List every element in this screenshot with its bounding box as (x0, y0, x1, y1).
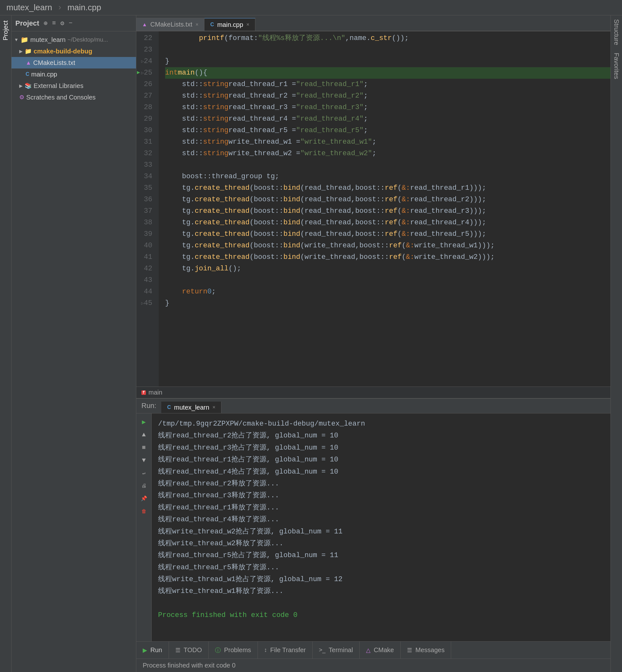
structure-strip-label[interactable]: Structure (612, 15, 621, 49)
folder-arrow: ▼ (14, 37, 19, 42)
output-line-6: 线程read_thread_r2释放了资源... (158, 478, 604, 490)
code-line-30: std::string read_thread_r5 = "read_threa… (165, 125, 611, 136)
wrap-button[interactable]: ↵ (138, 467, 150, 479)
ln-40: 40 (136, 240, 155, 251)
ln-29: 29 (136, 113, 155, 125)
code-content[interactable]: printf( format: "线程%s释放了资源...\n",name.c_… (159, 31, 611, 387)
tab-main[interactable]: C main.cpp × (204, 18, 255, 31)
tab-cmake[interactable]: ▲ CMakeLists.txt × (136, 18, 204, 31)
line-numbers: 22 23 ▷ 24 ▶▷25 26 27 28 29 30 31 32 33 … (136, 31, 159, 387)
folder-arrow-build: ▶ (19, 48, 23, 54)
project-panel: Project ⊕ ≡ ⚙ − ▼ 📁 mutex_learn ~/Deskto… (11, 15, 136, 672)
tree-root[interactable]: ▼ 📁 mutex_learn ~/Desktop/mu... (11, 34, 136, 45)
editor-tab-bar: ▲ CMakeLists.txt × C main.cpp × (136, 15, 611, 31)
main-tab-close[interactable]: × (246, 22, 249, 28)
cmake-tab-label: CMakeLists.txt (150, 21, 192, 28)
code-line-27: std::string read_thread_r2 = "read_threa… (165, 90, 611, 102)
scroll-down-button[interactable]: ▼ (138, 455, 150, 466)
globe-icon[interactable]: ⊕ (44, 19, 48, 27)
tree-external[interactable]: ▶ 📚 External Libraries (11, 80, 136, 92)
messages-icon: ☰ (407, 647, 412, 654)
cmake-tab-close[interactable]: × (196, 22, 198, 28)
problems-tool-item[interactable]: ⓘ Problems (209, 642, 257, 659)
todo-label: TODO (184, 646, 202, 654)
ln-30: 30 (136, 125, 155, 136)
cmake-tool-item[interactable]: △ CMake (359, 642, 401, 659)
ln-37: 37 (136, 205, 155, 217)
problems-icon: ⓘ (215, 646, 221, 654)
code-line-28: std::string read_thread_r3 = "read_threa… (165, 102, 611, 113)
main-tab-label: main.cpp (217, 21, 243, 29)
root-label: mutex_learn (30, 36, 66, 43)
project-strip-label[interactable]: Project (1, 18, 10, 43)
output-line-5: 线程read_thread_r4抢占了资源, global_num = 10 (158, 466, 604, 478)
scratch-icon: ⚙ (19, 94, 24, 101)
code-line-25: int main(){ (165, 67, 611, 79)
run-label: Run: (136, 398, 161, 413)
output-line-blank (158, 598, 604, 609)
output-line-1: /tmp/tmp.9gqr2ZPXPW/cmake-build-debug/mu… (158, 418, 604, 430)
code-line-39: tg.create_thread(boost::bind(read_thread… (165, 229, 611, 240)
output-line-7: 线程read_thread_r3释放了资源... (158, 490, 604, 501)
tree-cmake[interactable]: ▲ CMakeLists.txt (11, 57, 136, 68)
output-line-2: 线程read_thread_r2抢占了资源, global_num = 10 (158, 430, 604, 442)
run-tab-close[interactable]: × (212, 404, 215, 410)
ln-27: 27 (136, 90, 155, 102)
tree-build-dir[interactable]: ▶ 📁 cmake-build-debug (11, 45, 136, 57)
terminal-icon: >_ (319, 647, 326, 653)
ln-25: ▶▷25 (136, 67, 155, 79)
build-dir-label: cmake-build-debug (34, 48, 92, 55)
problems-label: Problems (224, 646, 251, 654)
run-output: /tmp/tmp.9gqr2ZPXPW/cmake-build-debug/mu… (152, 413, 611, 641)
code-line-45: } (165, 298, 611, 309)
terminal-tool-item[interactable]: >_ Terminal (313, 642, 359, 659)
panel-title: Project (15, 19, 39, 28)
messages-label: Messages (415, 646, 444, 654)
code-line-36: tg.create_thread(boost::bind(read_thread… (165, 194, 611, 205)
messages-tool-item[interactable]: ☰ Messages (401, 642, 451, 659)
todo-tool-item[interactable]: ☰ TODO (169, 642, 209, 659)
breadcrumb-bar: f main (136, 387, 611, 398)
cmake-tool-icon: △ (366, 647, 371, 654)
main-tab-icon: C (210, 22, 214, 28)
ln-26: 26 (136, 79, 155, 90)
title-bar: mutex_learn › main.cpp (0, 0, 622, 15)
run-button[interactable]: ▶ (138, 416, 150, 428)
run-tab-mutex[interactable]: C mutex_learn × (161, 402, 221, 413)
ext-arrow: ▶ (19, 83, 23, 88)
list-icon[interactable]: ≡ (52, 20, 56, 27)
output-line-11: 线程write_thread_w2释放了资源... (158, 538, 604, 549)
print-button[interactable]: 🖨 (138, 480, 150, 492)
ln-35: 35 (136, 182, 155, 194)
minimize-icon[interactable]: − (69, 20, 73, 27)
build-folder-icon: 📁 (25, 48, 32, 55)
ln-41: 41 (136, 251, 155, 263)
code-line-22: printf( format: "线程%s释放了资源...\n",name.c_… (165, 33, 611, 44)
code-line-44: return 0; (165, 286, 611, 298)
output-line-9: 线程read_thread_r4释放了资源... (158, 514, 604, 526)
ln-31: 31 (136, 136, 155, 148)
stop-button[interactable]: ■ (138, 442, 150, 453)
code-line-43 (165, 275, 611, 286)
filetransfer-icon: ↕ (264, 647, 267, 653)
settings-icon[interactable]: ⚙ (61, 19, 64, 27)
tree-scratches[interactable]: ⚙ Scratches and Consoles (11, 92, 136, 103)
project-name: mutex_learn (6, 3, 52, 12)
tree-main[interactable]: C main.cpp (11, 68, 136, 80)
ln-42: 42 (136, 263, 155, 275)
run-tool-item[interactable]: ▶ Run (136, 642, 169, 659)
filetransfer-tool-item[interactable]: ↕ File Transfer (258, 642, 313, 659)
todo-icon: ☰ (175, 647, 180, 654)
ln-36: 36 (136, 194, 155, 205)
scroll-up-button[interactable]: ▲ (138, 429, 150, 440)
ln-43: 43 (136, 275, 155, 286)
favorites-strip-label[interactable]: Favorites (612, 49, 621, 83)
ln-44: 44 (136, 286, 155, 298)
scratch-label: Scratches and Consoles (26, 94, 96, 101)
pin-button[interactable]: 📌 (138, 493, 150, 504)
cmake-file-icon: ▲ (26, 60, 31, 66)
file-name: main.cpp (68, 3, 101, 12)
delete-button[interactable]: 🗑 (138, 506, 150, 517)
status-text: Process finished with exit code 0 (143, 662, 236, 669)
code-line-42: tg.join_all(); (165, 263, 611, 275)
